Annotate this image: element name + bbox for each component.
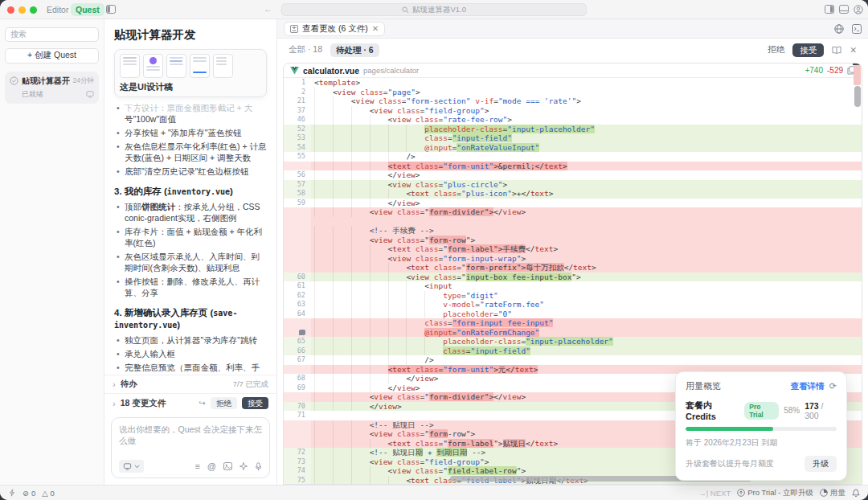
quest-list-item[interactable]: 贴现计算器开发 24分钟 已就绪 [5,72,99,104]
line-number-gutter: 75 [284,476,311,486]
doc-bullet: •灰色信息栏显示年化利率(红色) + 计息天数(蓝色) + 日期区间 + 调整天… [114,141,267,163]
minimize-window-button[interactable] [18,6,26,14]
code-line: <text class="form-unit">&permil;</text> [284,162,862,171]
image-icon[interactable] [223,462,232,470]
close-window-button[interactable] [7,6,14,14]
line-number-gutter [284,420,311,430]
chevron-right-icon: › [113,379,116,389]
sparkle-icon[interactable] [240,462,248,470]
refresh-icon[interactable]: ⟳ [829,381,837,391]
code-line: 52 placeholder-class="input-placeholder" [284,125,862,134]
line-number-gutter: 71 [284,411,311,420]
design-thumbnail-list[interactable] [166,54,186,78]
code-line: class="form-input fee-input" [284,318,862,328]
code-line: 64 placeholder="0" [284,309,862,319]
design-attachment-card[interactable]: 这是UI设计稿 [114,49,267,97]
doc-bullet: •完整信息预览（票面金额、利率、手续费、日期、计算结果） [114,362,267,375]
close-tab-icon[interactable]: ✕ [372,24,379,33]
chat-input-card[interactable]: 说出你想要的，Quest 会决定接下来怎么做 ≡ @ [111,417,270,478]
tab-view-changes[interactable]: 查看更改 (6 文件) ✕ [284,22,385,36]
monitor-icon [123,463,132,470]
todo-label: 待办 [121,379,137,390]
design-thumbnail-doc[interactable] [213,54,233,78]
line-number-gutter: 58 [284,189,311,199]
agent-mode-selector[interactable] [119,460,144,473]
line-number-gutter: 74 [284,466,311,476]
address-bar[interactable]: 贴现速算器V1.0 [281,3,587,16]
document-body: •下方设计：票面金额图形截记 + 大号"100w"面值•分享按钮 + "添加库存… [114,102,267,375]
errors-count: 0 [31,489,35,498]
line-number-gutter: 56 [284,170,311,180]
code-line: 59 </view> [284,199,862,208]
warnings-indicator[interactable]: △ 0 [42,489,55,498]
file-diff-header[interactable]: calculator.vue pages/calculator +740 -52… [284,64,862,78]
remote-icon[interactable] [8,489,16,497]
document-scroll-area[interactable]: 贴现计算器开发 这是UI设计稿 •下方设计：票面金额图形截记 + 大号"100w… [104,19,276,375]
accept-changes-button[interactable]: 接受 [242,397,268,409]
zoom-window-button[interactable] [30,6,37,14]
filter-all[interactable]: 全部 · 18 [289,44,322,55]
bell-icon[interactable] [852,489,860,498]
globe-icon[interactable] [834,24,844,34]
search-input[interactable] [5,27,99,42]
doc-bullet: •操作按钮：删除、修改承兑人、再计算、分享 [114,276,267,298]
mic-icon[interactable] [255,462,262,471]
errors-indicator[interactable]: ⊘ 0 [23,489,35,498]
usage-details-link[interactable]: 查看详情 [791,381,825,392]
upgrade-button[interactable]: 升级 [805,456,837,472]
line-number-gutter: 60 [284,273,311,282]
quest-item-title: 贴现计算器开发 [22,76,70,87]
reject-changes-button[interactable]: 拒绝 [211,397,237,409]
code-line: @input="onRateFormChange" [284,328,862,338]
reject-all-button[interactable]: 拒绝 [768,44,784,55]
panel-right-toggle-icon[interactable] [825,5,834,14]
plan-credits-label: 套餐内 Credits [686,400,739,421]
design-thumbnail-form2[interactable] [190,54,210,78]
line-number-gutter: 72 [284,448,311,457]
changed-files-fold-row[interactable]: › 18 变更文件 ↪ 拒绝 接受 [104,394,276,412]
tab-editor[interactable]: Editor [42,3,73,16]
design-thumbnail-form[interactable] [120,54,140,78]
tab-quest[interactable]: Quest [71,3,104,16]
line-number-gutter [284,328,311,338]
vertical-scrollbar[interactable] [854,86,861,107]
code-line: 66 class="input-field" [284,346,862,356]
diff-filter-row: 全部 · 18 待处理 · 6 拒绝 接受 ✕ [277,39,868,61]
line-number-gutter: 57 [284,180,311,190]
line-number-gutter: 52 [284,125,311,134]
comment-bubble-icon[interactable] [299,330,305,335]
usage-statusbar-button[interactable]: 用量 [820,488,845,498]
plan-upgrade-label: Pro Trial - 立即升级 [747,488,813,498]
code-line: 65 placeholder-class="input-placeholder" [284,337,862,346]
panel-bottom-toggle-icon[interactable] [839,5,849,14]
vue-icon [290,67,299,75]
todo-fold-row[interactable]: › 待办 7/7 已完成 [104,375,276,394]
commands-icon[interactable]: ≡ [194,462,199,471]
page-title: 贴现计算器开发 [114,27,267,43]
plan-upgrade-button[interactable]: Pro Trial - 立即升级 [737,488,813,498]
collapse-all-icon[interactable]: ✕ [850,45,857,55]
code-line: 60 <view class="input-box fee-input-box"… [284,273,862,282]
terminal-icon[interactable] [852,24,862,34]
overview-ruler-tick [853,64,862,65]
create-quest-button[interactable]: + 创建 Quest [5,48,99,64]
chat-input-placeholder[interactable]: 说出你想要的，Quest 会决定接下来怎么做 [119,424,262,447]
upgrade-circle-icon [737,489,745,497]
accept-all-button[interactable]: 接受 [792,43,824,57]
mention-icon[interactable]: @ [207,462,216,471]
filter-pending[interactable]: 待处理 · 6 [330,43,379,57]
code-line: 54 @input="onRateValueInput" [284,143,862,153]
quest-status-icon [10,76,18,85]
open-diff-icon[interactable]: ↪ [199,399,206,408]
usage-used: 173 [805,401,819,411]
next-suggestion-button[interactable]: →| NEXT [698,489,731,498]
code-line: <view class="form-divider"></view> [284,207,862,217]
account-icon[interactable] [854,5,863,14]
sidebar: + 创建 Quest 贴现计算器开发 24分钟 已就绪 [0,19,104,485]
line-number-gutter [284,226,311,236]
code-line: 21 <view class="form-section" v-if="mode… [284,96,862,106]
sidebar-toggle-icon[interactable] [106,5,116,14]
line-number-gutter: 54 [284,143,311,153]
review-mode-icon[interactable] [832,46,841,55]
design-thumbnail-pie[interactable] [143,54,163,78]
